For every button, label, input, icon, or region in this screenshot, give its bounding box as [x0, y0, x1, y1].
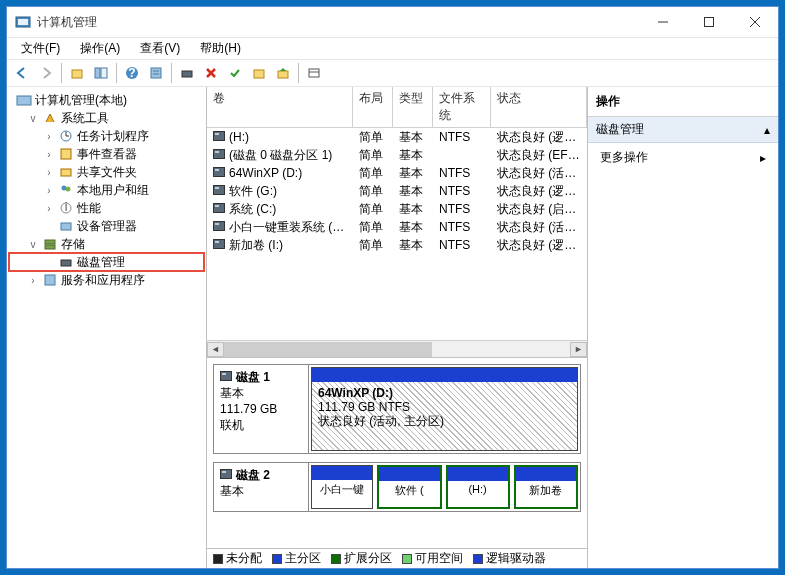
minimize-button[interactable]: [640, 7, 686, 37]
menu-view[interactable]: 查看(V): [132, 38, 188, 59]
disk-1-map[interactable]: 64WinXP (D:) 111.79 GB NTFS 状态良好 (活动, 主分…: [309, 364, 581, 454]
close-button[interactable]: [732, 7, 778, 37]
collapse-arrow-icon: ▴: [764, 123, 770, 137]
volume-row[interactable]: 64WinXP (D:)简单基本NTFS状态良好 (活动, 主: [207, 164, 587, 182]
svg-rect-19: [17, 96, 31, 105]
svg-rect-7: [95, 68, 100, 78]
titlebar: 计算机管理: [7, 7, 778, 37]
disk-row-2[interactable]: 磁盘 2 基本 小白一键软件 ((H:)新加卷: [213, 462, 581, 512]
svg-rect-1: [18, 19, 28, 25]
menu-file[interactable]: 文件(F): [13, 38, 68, 59]
nav-system-tools[interactable]: v系统工具: [9, 109, 204, 127]
legend-extended-swatch: [331, 554, 341, 564]
legend-free-swatch: [402, 554, 412, 564]
scroll-right-button[interactable]: ►: [570, 342, 587, 357]
actions-more[interactable]: 更多操作 ▸: [588, 143, 778, 172]
disk-icon: [220, 469, 232, 479]
nav-local-users[interactable]: ›本地用户和组: [9, 181, 204, 199]
list-settings-button[interactable]: [303, 62, 325, 84]
svg-rect-15: [254, 70, 264, 78]
col-volume[interactable]: 卷: [207, 87, 353, 127]
volume-row[interactable]: 新加卷 (I:)简单基本NTFS状态良好 (逻辑驱: [207, 236, 587, 254]
window-title: 计算机管理: [37, 14, 640, 31]
folder-up-button[interactable]: [272, 62, 294, 84]
volume-row[interactable]: (H:)简单基本NTFS状态良好 (逻辑驱: [207, 128, 587, 146]
disk-2-map[interactable]: 小白一键软件 ((H:)新加卷: [309, 462, 581, 512]
volume-row[interactable]: 系统 (C:)简单基本NTFS状态良好 (启动, 页: [207, 200, 587, 218]
col-type[interactable]: 类型: [393, 87, 433, 127]
svg-text:?: ?: [128, 66, 135, 80]
volume-row[interactable]: 小白一键重装系统 (E:)简单基本NTFS状态良好 (活动, 主: [207, 218, 587, 236]
scroll-thumb[interactable]: [224, 342, 432, 357]
disk-graphical-view[interactable]: 磁盘 1 基本 111.79 GB 联机 64WinXP (D:) 111.79…: [207, 358, 587, 548]
svg-rect-14: [182, 71, 192, 77]
volume-rows[interactable]: (H:)简单基本NTFS状态良好 (逻辑驱(磁盘 0 磁盘分区 1)简单基本状态…: [207, 128, 587, 340]
scroll-left-button[interactable]: ◄: [207, 342, 224, 357]
submenu-arrow-icon: ▸: [760, 151, 766, 165]
nav-root[interactable]: 计算机管理(本地): [9, 91, 204, 109]
svg-rect-11: [151, 68, 161, 78]
center-pane: 卷 布局 类型 文件系统 状态 (H:)简单基本NTFS状态良好 (逻辑驱(磁盘…: [207, 87, 588, 568]
nav-tree[interactable]: 计算机管理(本地) v系统工具 ›任务计划程序 ›事件查看器 ›共享文件夹 ›本…: [7, 87, 207, 568]
svg-rect-30: [45, 240, 55, 244]
nav-event-viewer[interactable]: ›事件查看器: [9, 145, 204, 163]
actions-sub-diskmgmt[interactable]: 磁盘管理 ▴: [588, 117, 778, 143]
disk-2-info: 磁盘 2 基本: [213, 462, 309, 512]
partition[interactable]: 小白一键: [311, 465, 373, 509]
nav-performance[interactable]: ›i性能: [9, 199, 204, 217]
disk-row-1[interactable]: 磁盘 1 基本 111.79 GB 联机 64WinXP (D:) 111.79…: [213, 364, 581, 454]
partition[interactable]: 软件 (: [377, 465, 441, 509]
show-hide-tree-button[interactable]: [90, 62, 112, 84]
legend-unallocated-swatch: [213, 554, 223, 564]
volume-row[interactable]: 软件 (G:)简单基本NTFS状态良好 (逻辑驱: [207, 182, 587, 200]
back-button[interactable]: [11, 62, 33, 84]
toolbar: ?: [7, 59, 778, 87]
nav-storage[interactable]: v存储: [9, 235, 204, 253]
app-icon: [15, 14, 31, 30]
svg-rect-16: [278, 71, 288, 78]
menu-action[interactable]: 操作(A): [72, 38, 128, 59]
nav-device-manager[interactable]: 设备管理器: [9, 217, 204, 235]
svg-point-26: [66, 187, 71, 192]
svg-rect-31: [45, 245, 55, 249]
properties-button[interactable]: [145, 62, 167, 84]
menu-help[interactable]: 帮助(H): [192, 38, 249, 59]
apply-button[interactable]: [224, 62, 246, 84]
volume-list-header: 卷 布局 类型 文件系统 状态: [207, 87, 587, 128]
col-filesystem[interactable]: 文件系统: [433, 87, 491, 127]
disk-1-info: 磁盘 1 基本 111.79 GB 联机: [213, 364, 309, 454]
nav-task-scheduler[interactable]: ›任务计划程序: [9, 127, 204, 145]
volume-row[interactable]: (磁盘 0 磁盘分区 1)简单基本状态良好 (EFI 系统: [207, 146, 587, 164]
volume-list: 卷 布局 类型 文件系统 状态 (H:)简单基本NTFS状态良好 (逻辑驱(磁盘…: [207, 87, 587, 358]
actions-pane: 操作 磁盘管理 ▴ 更多操作 ▸: [588, 87, 778, 568]
delete-volume-button[interactable]: [200, 62, 222, 84]
forward-button[interactable]: [35, 62, 57, 84]
svg-rect-33: [45, 275, 55, 285]
legend: 未分配 主分区 扩展分区 可用空间 逻辑驱动器: [207, 548, 587, 568]
svg-rect-6: [72, 70, 82, 78]
nav-services-apps[interactable]: ›服务和应用程序: [9, 271, 204, 289]
partition[interactable]: (H:): [446, 465, 510, 509]
partition[interactable]: 新加卷: [514, 465, 578, 509]
refresh-button[interactable]: [176, 62, 198, 84]
scroll-track[interactable]: [224, 342, 570, 357]
nav-disk-management[interactable]: 磁盘管理: [9, 253, 204, 271]
horizontal-scrollbar[interactable]: ◄ ►: [207, 340, 587, 357]
partition-d[interactable]: 64WinXP (D:) 111.79 GB NTFS 状态良好 (活动, 主分…: [311, 367, 578, 451]
menubar: 文件(F) 操作(A) 查看(V) 帮助(H): [7, 37, 778, 59]
maximize-button[interactable]: [686, 7, 732, 37]
up-button[interactable]: [66, 62, 88, 84]
legend-primary-swatch: [272, 554, 282, 564]
svg-rect-3: [705, 18, 714, 27]
disk-icon: [220, 371, 232, 381]
help-button[interactable]: ?: [121, 62, 143, 84]
nav-shared-folders[interactable]: ›共享文件夹: [9, 163, 204, 181]
col-layout[interactable]: 布局: [353, 87, 393, 127]
svg-rect-29: [61, 223, 71, 230]
folder-button[interactable]: [248, 62, 270, 84]
col-status[interactable]: 状态: [491, 87, 587, 127]
svg-rect-8: [101, 68, 107, 78]
svg-rect-17: [309, 69, 319, 77]
svg-rect-32: [61, 260, 71, 266]
legend-logical-swatch: [473, 554, 483, 564]
